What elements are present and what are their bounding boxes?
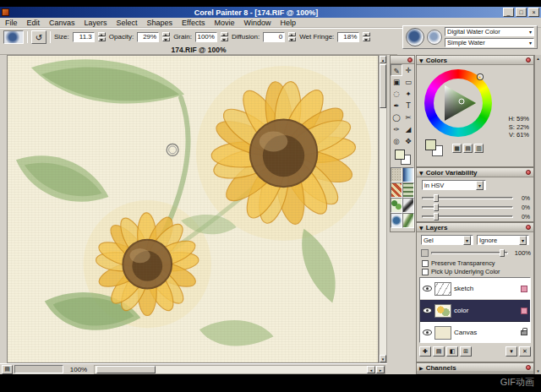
- oval-shape-tool[interactable]: ◯: [391, 112, 402, 123]
- saturation-variability-slider[interactable]: 0%: [422, 204, 530, 211]
- group-layers-button[interactable]: ⊞: [460, 346, 472, 357]
- preserve-transparency-row[interactable]: Preserve Transparency: [422, 259, 532, 267]
- panel-close-icon[interactable]: [526, 225, 531, 230]
- menu-shapes[interactable]: Shapes: [147, 19, 173, 27]
- scroll-down-icon[interactable]: ▾: [380, 355, 386, 362]
- slider-thumb[interactable]: [434, 213, 439, 220]
- sv-triangle[interactable]: [434, 79, 483, 128]
- slider-track[interactable]: [422, 215, 513, 218]
- weave-selector[interactable]: [402, 182, 414, 198]
- scroll-left-icon[interactable]: ◂: [367, 366, 375, 373]
- horizontal-scroll-thumb[interactable]: [96, 366, 156, 373]
- opacity-thumb[interactable]: [500, 249, 505, 257]
- lasso-tool[interactable]: ◌: [391, 88, 402, 100]
- size-input[interactable]: 11.3: [73, 32, 95, 42]
- panel-close-icon[interactable]: [526, 57, 531, 63]
- vertical-scroll-thumb[interactable]: [380, 64, 386, 108]
- channels-panel-header[interactable]: ▶ Channels: [417, 363, 533, 373]
- pickup-color-checkbox[interactable]: [422, 269, 429, 275]
- wet-fringe-input[interactable]: 18%: [337, 32, 359, 42]
- opacity-slider[interactable]: [431, 252, 508, 254]
- color-set-button[interactable]: ▦: [452, 144, 462, 153]
- canvas-vertical-scrollbar[interactable]: ▴ ▾: [379, 55, 387, 363]
- brush-category-icon[interactable]: [406, 28, 424, 46]
- menu-layers[interactable]: Layers: [85, 19, 107, 27]
- panel-close-icon[interactable]: [526, 365, 531, 370]
- hue-ring[interactable]: [424, 69, 492, 137]
- pickup-color-row[interactable]: Pick Up Underlying Color: [422, 268, 532, 275]
- front-color-swatch[interactable]: [395, 150, 405, 160]
- brush-dab-icon[interactable]: [3, 30, 24, 44]
- layer-row-canvas[interactable]: Canvas: [420, 322, 530, 343]
- layer-adjuster-tool[interactable]: ✛: [402, 64, 414, 76]
- menu-edit[interactable]: Edit: [27, 19, 41, 27]
- magnifier-tool[interactable]: ◎: [391, 135, 402, 147]
- collapse-icon[interactable]: ▼: [419, 225, 424, 231]
- stroke-preview-selector[interactable]: [402, 213, 414, 228]
- diffusion-stepper[interactable]: [288, 32, 296, 41]
- brush-variant-dropdown[interactable]: Simple Water ▾: [445, 38, 534, 47]
- text-tool[interactable]: T: [402, 100, 414, 112]
- paint-bucket-tool[interactable]: ◢: [402, 123, 414, 135]
- brush-variant-icon[interactable]: [427, 30, 442, 45]
- canvas[interactable]: [7, 55, 379, 363]
- collapse-icon[interactable]: ▼: [419, 170, 424, 176]
- menu-effects[interactable]: Effects: [182, 19, 205, 27]
- size-stepper[interactable]: [98, 32, 106, 41]
- colors-panel-header[interactable]: ▼ Colors: [417, 56, 533, 65]
- visibility-eye-icon[interactable]: [423, 286, 432, 291]
- menu-movie[interactable]: Movie: [214, 19, 234, 27]
- menu-file[interactable]: File: [5, 19, 18, 27]
- layer-commands-button[interactable]: ▤: [433, 346, 445, 357]
- opacity-stepper[interactable]: [162, 32, 170, 41]
- brush-ghost-selector[interactable]: [391, 213, 402, 228]
- expand-icon[interactable]: ▶: [419, 365, 424, 371]
- nozzle-selector[interactable]: [391, 198, 402, 213]
- hue-variability-slider[interactable]: 0%: [422, 194, 530, 202]
- collapse-icon[interactable]: ▼: [419, 57, 424, 63]
- visibility-eye-icon[interactable]: [423, 329, 432, 335]
- toolbox-close-icon[interactable]: [407, 57, 413, 63]
- crop-tool[interactable]: ▣: [391, 76, 402, 88]
- scroll-right-icon[interactable]: ▸: [376, 366, 385, 373]
- variability-panel-header[interactable]: ▼ Color Variability: [417, 168, 533, 177]
- panel-close-icon[interactable]: [526, 170, 531, 175]
- layer-row-color[interactable]: color: [420, 300, 530, 322]
- grain-stepper[interactable]: [221, 32, 228, 41]
- menu-help[interactable]: Help: [281, 19, 297, 27]
- pen-tool[interactable]: ✒: [391, 100, 402, 112]
- brush-category-dropdown[interactable]: Digital Water Color ▾: [445, 27, 534, 36]
- variability-mode-dropdown[interactable]: in HSV ▾: [422, 180, 486, 190]
- diffusion-input[interactable]: 0: [263, 32, 285, 42]
- new-layer-button[interactable]: ✚: [419, 346, 431, 357]
- minimize-button[interactable]: _: [503, 8, 514, 17]
- visibility-eye-icon[interactable]: [423, 308, 432, 313]
- value-variability-slider[interactable]: 0%: [422, 213, 530, 220]
- preserve-transparency-checkbox[interactable]: [422, 260, 429, 267]
- wet-fringe-stepper[interactable]: [363, 32, 370, 41]
- scissors-tool[interactable]: ✂: [402, 112, 414, 123]
- gradient-selector[interactable]: [402, 167, 414, 182]
- swap-colors-button[interactable]: ▤: [463, 144, 473, 153]
- dynamic-plugins-button[interactable]: ▾: [505, 346, 517, 357]
- drawer-icon[interactable]: ▤: [2, 365, 13, 374]
- slider-track[interactable]: [422, 206, 513, 209]
- slider-thumb[interactable]: [434, 194, 439, 202]
- scroll-up-icon[interactable]: ▴: [535, 56, 541, 61]
- scroll-down-icon[interactable]: ▾: [535, 368, 541, 373]
- look-selector[interactable]: [402, 198, 414, 213]
- composite-depth-dropdown[interactable]: Ignore ▾: [477, 235, 529, 245]
- close-button[interactable]: ×: [528, 8, 539, 17]
- maximize-button[interactable]: □: [516, 8, 527, 17]
- main-color-swatch[interactable]: [425, 139, 436, 150]
- composite-method-dropdown[interactable]: Gel ▾: [421, 235, 473, 245]
- title-bar[interactable]: Corel Painter 8 - [174.RIF @ 100%] _ □ ×: [0, 7, 541, 18]
- pattern-selector[interactable]: [391, 182, 402, 198]
- reset-tool-button[interactable]: ↺: [31, 30, 46, 44]
- magic-wand-tool[interactable]: ✦: [402, 88, 414, 100]
- delete-layer-button[interactable]: ✕: [519, 346, 531, 357]
- palette-scroll-strip[interactable]: ▴ ▾: [534, 55, 541, 374]
- menu-canvas[interactable]: Canvas: [49, 19, 75, 27]
- layer-mask-button[interactable]: ◧: [446, 346, 458, 357]
- menu-select[interactable]: Select: [117, 19, 138, 27]
